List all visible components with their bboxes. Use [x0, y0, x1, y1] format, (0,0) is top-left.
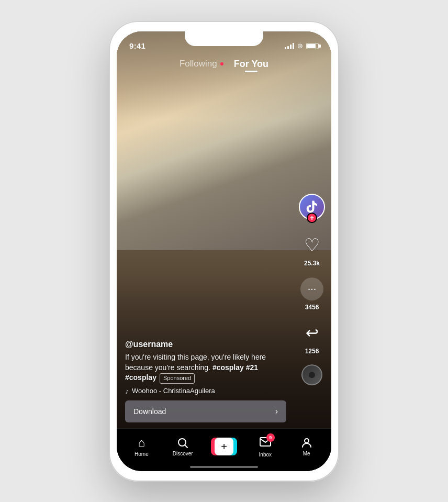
- svg-point-2: [305, 439, 309, 443]
- share-icon: ↪: [306, 323, 319, 342]
- share-icon-wrap: ↪: [299, 320, 324, 345]
- status-icons: ⊛: [285, 42, 319, 50]
- phone-frame: 9:41 ⊛ Following For You: [109, 21, 339, 482]
- nav-profile[interactable]: Me: [291, 437, 322, 456]
- comments-count: 3456: [305, 304, 319, 311]
- nav-home[interactable]: ⌂ Home: [126, 436, 157, 457]
- create-plus-icon: +: [221, 441, 227, 453]
- wifi-icon: ⊛: [297, 42, 303, 50]
- download-arrow-icon: ›: [275, 407, 278, 416]
- me-label: Me: [303, 451, 310, 456]
- video-caption: If you're visiting this page, you're lik…: [125, 352, 286, 384]
- comment-icon-wrap: ···: [299, 276, 324, 302]
- share-button[interactable]: ↪ 1256: [299, 320, 324, 355]
- live-dot: [220, 62, 223, 65]
- following-label: Following: [180, 59, 217, 69]
- inbox-label: Inbox: [259, 452, 272, 458]
- likes-count: 25.3k: [304, 260, 320, 267]
- music-info[interactable]: ♪ Woohoo - ChristinaAguilera: [125, 387, 286, 395]
- comment-bubble: ···: [300, 277, 323, 300]
- inbox-icon-wrap: 9: [259, 436, 272, 450]
- creator-username[interactable]: @username: [125, 340, 286, 349]
- video-caption-area: @username If you're visiting this page, …: [117, 340, 295, 427]
- music-note-icon: ♪: [125, 387, 129, 395]
- follow-plus-badge[interactable]: +: [307, 213, 317, 223]
- nav-inbox[interactable]: 9 Inbox: [250, 436, 281, 458]
- nav-create[interactable]: +: [208, 438, 240, 455]
- nav-discover[interactable]: Discover: [167, 437, 198, 456]
- creator-avatar[interactable]: +: [299, 194, 325, 220]
- music-disc-button[interactable]: [301, 364, 322, 385]
- right-sidebar: + ♡ 25.3k ··· 3456: [299, 194, 325, 385]
- comment-button[interactable]: ··· 3456: [299, 276, 324, 311]
- create-button[interactable]: +: [211, 438, 237, 455]
- heart-icon: ♡: [304, 235, 320, 255]
- sponsored-badge: Sponsored: [160, 373, 195, 383]
- music-disc-center: [309, 372, 315, 378]
- following-tab[interactable]: Following: [180, 59, 223, 69]
- comment-dots-icon: ···: [308, 283, 317, 295]
- svg-line-1: [185, 445, 188, 448]
- bottom-nav: ⌂ Home Discover +: [117, 428, 331, 471]
- phone-screen: 9:41 ⊛ Following For You: [117, 31, 331, 471]
- download-label: Download: [133, 407, 166, 416]
- status-time: 9:41: [129, 41, 145, 50]
- phone-notch: [185, 31, 263, 46]
- signal-icon: [285, 43, 294, 49]
- create-btn-white-center: +: [215, 438, 233, 455]
- discover-label: Discover: [173, 451, 193, 456]
- nav-header: Following For You: [117, 54, 331, 70]
- download-button[interactable]: Download ›: [125, 400, 286, 422]
- home-indicator: [190, 466, 258, 468]
- for-you-tab[interactable]: For You: [234, 59, 268, 70]
- music-disc: [301, 364, 322, 385]
- profile-icon: [300, 437, 313, 449]
- music-track-name: Woohoo - ChristinaAguilera: [132, 387, 215, 395]
- heart-icon-wrap: ♡: [299, 232, 324, 258]
- inbox-badge: 9: [266, 433, 275, 442]
- home-icon: ⌂: [138, 436, 145, 450]
- battery-icon: [306, 43, 319, 49]
- home-label: Home: [135, 451, 149, 457]
- shares-count: 1256: [305, 348, 319, 355]
- like-button[interactable]: ♡ 25.3k: [299, 232, 324, 267]
- discover-icon: [176, 437, 189, 449]
